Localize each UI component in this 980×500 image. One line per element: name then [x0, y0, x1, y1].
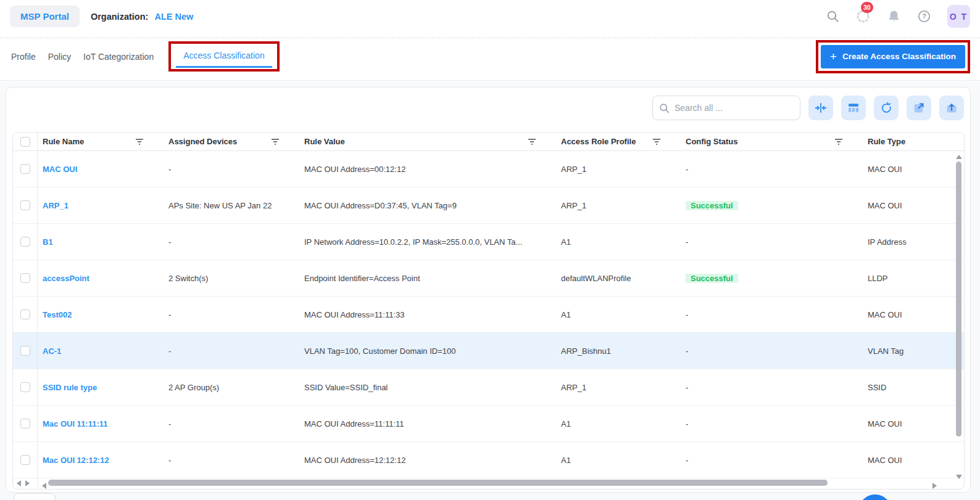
table-header: Rule Name Assigned Devices Rule Value Ac… [13, 133, 964, 151]
table-body: MAC OUI - MAC OUI Address=00:12:12 ARP_1… [13, 151, 964, 478]
rule-type-cell: MAC OUI [863, 456, 949, 465]
table-row[interactable]: MAC OUI - MAC OUI Address=00:12:12 ARP_1… [13, 151, 964, 187]
table-row[interactable]: accessPoint 2 Switch(s) Endpoint Identif… [13, 260, 964, 297]
config-status-cell: - [686, 456, 688, 465]
column-header-access-role-profile[interactable]: Access Role Profile [556, 137, 681, 146]
page-size-select[interactable] [14, 493, 56, 500]
table-row[interactable]: SSID rule type 2 AP Group(s) SSID Value=… [13, 369, 964, 406]
access-role-profile-cell: A1 [556, 310, 681, 319]
search-icon[interactable] [826, 10, 839, 23]
access-role-profile-cell: ARP_Bishnu1 [556, 346, 681, 356]
rule-name-link[interactable]: MAC OUI [43, 165, 77, 174]
horizontal-scrollbar[interactable] [13, 478, 948, 488]
scroll-down-arrow[interactable] [956, 475, 962, 479]
assigned-devices-cell: APs Site: New US AP Jan 22 [164, 201, 299, 210]
table-row[interactable]: ARP_1 APs Site: New US AP Jan 22 MAC OUI… [13, 187, 964, 224]
row-checkbox[interactable] [20, 273, 30, 283]
row-checkbox[interactable] [20, 346, 30, 356]
bell-icon[interactable] [887, 9, 901, 23]
tab-profile[interactable]: Profile [5, 52, 42, 62]
vertical-scrollbar-thumb[interactable] [956, 162, 961, 436]
rule-value-cell: MAC OUI Address=00:12:12 [299, 165, 556, 174]
table-row[interactable]: B1 - IP Network Address=10.0.2.2, IP Mas… [13, 224, 964, 260]
row-checkbox-cell [13, 369, 38, 405]
rule-value-cell: SSID Value=SSID_final [299, 383, 556, 392]
refresh-button[interactable] [874, 96, 899, 120]
filter-icon[interactable] [135, 138, 144, 145]
scroll-left-arrow[interactable] [42, 480, 46, 490]
column-label: Rule Type [868, 137, 905, 146]
table-toolbar [652, 96, 964, 120]
create-button-label: Create Access Classification [842, 52, 956, 61]
scroll-up-arrow[interactable] [956, 155, 962, 159]
rule-name-link[interactable]: B1 [43, 237, 53, 247]
access-role-profile-cell: A1 [556, 419, 681, 428]
rule-name-link[interactable]: Mac OUI 11:11:11 [43, 419, 108, 428]
row-checkbox[interactable] [20, 309, 30, 319]
search-input[interactable] [675, 103, 794, 113]
table-row[interactable]: Test002 - MAC OUI Address=11:11:33 A1 - … [13, 297, 964, 333]
row-checkbox[interactable] [20, 419, 30, 428]
access-role-profile-cell: ARP_1 [556, 383, 681, 392]
row-checkbox[interactable] [20, 164, 30, 174]
loading-spinner-icon[interactable]: 30 [855, 9, 871, 24]
column-header-rule-type[interactable]: Rule Type [863, 137, 949, 146]
column-header-rule-value[interactable]: Rule Value [299, 137, 556, 146]
vertical-scrollbar[interactable] [955, 155, 963, 479]
config-status-cell: - [686, 165, 688, 174]
table-row[interactable]: AC-1 - VLAN Tag=100, Customer Domain ID=… [13, 333, 964, 369]
filter-icon[interactable] [652, 138, 661, 145]
search-box [652, 96, 800, 120]
filter-icon[interactable] [834, 138, 843, 145]
rule-value-cell: Endpoint Identifier=Access Point [299, 274, 556, 283]
columns-icon [847, 102, 860, 114]
tab-iot-categorization[interactable]: IoT Categorization [77, 52, 160, 62]
msp-portal-chip[interactable]: MSP Portal [10, 6, 80, 27]
rule-name-link[interactable]: Mac OUI 12:12:12 [43, 456, 109, 465]
rule-name-link[interactable]: SSID rule type [43, 383, 97, 392]
column-header-rule-name[interactable]: Rule Name [38, 137, 164, 146]
refresh-icon [880, 102, 893, 115]
filter-icon[interactable] [528, 138, 536, 145]
tab-policy[interactable]: Policy [42, 52, 77, 62]
horizontal-scrollbar-thumb[interactable] [48, 480, 828, 486]
columns-button[interactable] [841, 96, 866, 120]
floating-action-button[interactable] [858, 494, 892, 500]
content-card: Rule Name Assigned Devices Rule Value Ac… [6, 87, 971, 493]
page-left-arrow[interactable] [17, 480, 21, 486]
upload-button[interactable] [939, 96, 964, 120]
assigned-devices-cell: 2 Switch(s) [164, 274, 299, 283]
table-row[interactable]: Mac OUI 11:11:11 - MAC OUI Address=11:11… [13, 406, 964, 442]
collapse-columns-button[interactable] [808, 96, 833, 120]
page-right-arrow[interactable] [25, 480, 30, 486]
collapse-columns-icon [815, 102, 827, 114]
avatar[interactable]: O T [947, 5, 970, 28]
row-checkbox[interactable] [20, 382, 30, 392]
rule-name-link[interactable]: Test002 [43, 310, 72, 319]
tab-access-classification[interactable]: Access Classification [176, 46, 272, 68]
row-checkbox[interactable] [20, 200, 30, 210]
open-expand-button[interactable] [907, 96, 931, 120]
row-checkbox[interactable] [20, 237, 30, 247]
help-icon[interactable]: ? [917, 9, 931, 23]
row-checkbox-cell [13, 297, 38, 332]
organization-link[interactable]: ALE New [154, 12, 193, 22]
scroll-right-arrow[interactable] [932, 480, 937, 490]
filter-icon[interactable] [271, 138, 280, 145]
column-header-config-status[interactable]: Config Status [681, 137, 863, 146]
rule-name-link[interactable]: AC-1 [43, 346, 61, 356]
select-all-checkbox[interactable] [20, 137, 30, 147]
rule-type-cell: MAC OUI [863, 419, 949, 428]
rule-name-link[interactable]: ARP_1 [43, 201, 69, 210]
config-status-cell: - [686, 383, 688, 392]
column-header-assigned-devices[interactable]: Assigned Devices [164, 137, 299, 146]
tabbar: Profile Policy IoT Categorization Access… [0, 39, 980, 81]
rule-name-link[interactable]: accessPoint [43, 274, 89, 283]
create-access-classification-button[interactable]: + Create Access Classification [821, 45, 965, 68]
row-checkbox-cell [13, 442, 38, 478]
row-checkbox[interactable] [20, 455, 30, 465]
organization-label: Organization: [91, 12, 148, 22]
table-row[interactable]: Mac OUI 12:12:12 - MAC OUI Address=12:12… [13, 442, 964, 478]
rule-type-cell: VLAN Tag [863, 346, 949, 356]
rule-value-cell: MAC OUI Address=11:11:33 [299, 310, 556, 319]
